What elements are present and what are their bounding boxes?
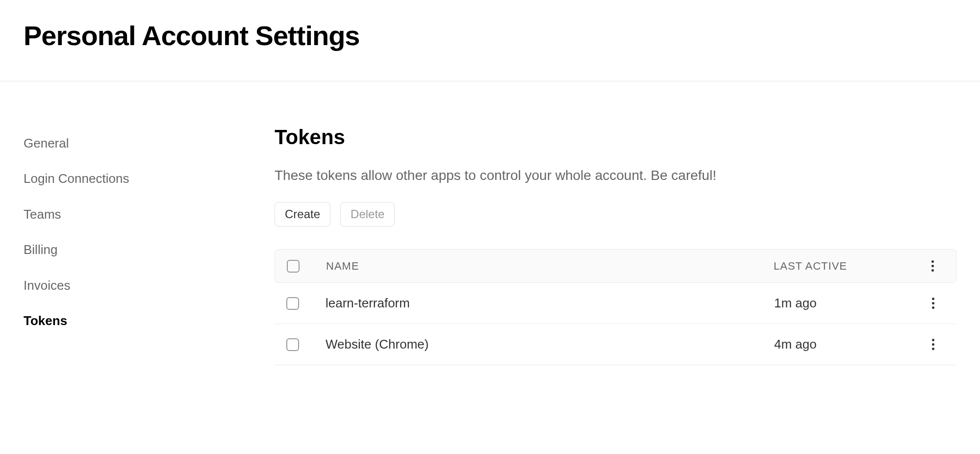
- row-checkbox-cell: [286, 297, 326, 310]
- row-checkbox-cell: [286, 338, 326, 351]
- sidebar-item-login-connections[interactable]: Login Connections: [24, 161, 275, 196]
- column-header-last-active: LAST ACTIVE: [774, 260, 921, 273]
- token-name: learn-terraform: [326, 296, 774, 311]
- button-row: Create Delete: [275, 202, 956, 227]
- tokens-table: NAME LAST ACTIVE learn-terraform 1m ago: [275, 249, 956, 365]
- more-vertical-icon[interactable]: [930, 337, 936, 352]
- select-all-checkbox[interactable]: [287, 260, 300, 273]
- column-header-actions: [921, 258, 944, 274]
- row-actions-cell: [921, 337, 945, 352]
- sidebar-item-general[interactable]: General: [24, 126, 275, 161]
- create-button[interactable]: Create: [275, 202, 330, 227]
- section-title: Tokens: [275, 126, 956, 149]
- sidebar-item-billing[interactable]: Billing: [24, 232, 275, 267]
- delete-button[interactable]: Delete: [340, 202, 395, 227]
- sidebar-item-invoices[interactable]: Invoices: [24, 268, 275, 303]
- header-checkbox-cell: [287, 260, 326, 273]
- content-wrap: General Login Connections Teams Billing …: [0, 81, 980, 365]
- sidebar-item-teams[interactable]: Teams: [24, 197, 275, 232]
- column-header-name: NAME: [326, 260, 774, 273]
- sidebar-item-tokens[interactable]: Tokens: [24, 303, 275, 338]
- more-vertical-icon[interactable]: [930, 258, 936, 274]
- page-title: Personal Account Settings: [24, 20, 956, 51]
- row-actions-cell: [921, 296, 945, 311]
- token-name: Website (Chrome): [326, 337, 774, 352]
- token-last-active: 4m ago: [774, 337, 921, 352]
- row-checkbox[interactable]: [286, 297, 299, 310]
- table-row: learn-terraform 1m ago: [275, 283, 956, 324]
- page-header: Personal Account Settings: [0, 0, 980, 81]
- table-header: NAME LAST ACTIVE: [275, 249, 956, 283]
- section-description: These tokens allow other apps to control…: [275, 168, 956, 183]
- sidebar: General Login Connections Teams Billing …: [0, 126, 275, 365]
- token-last-active: 1m ago: [774, 296, 921, 311]
- table-row: Website (Chrome) 4m ago: [275, 324, 956, 365]
- more-vertical-icon[interactable]: [930, 296, 936, 311]
- row-checkbox[interactable]: [286, 338, 299, 351]
- main-content: Tokens These tokens allow other apps to …: [275, 126, 980, 365]
